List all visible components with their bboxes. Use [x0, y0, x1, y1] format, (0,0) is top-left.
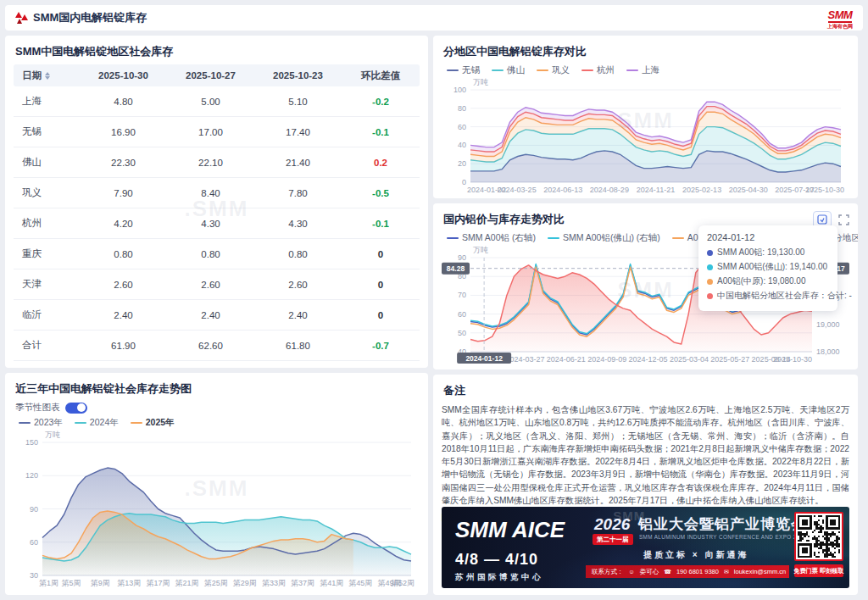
legend-item[interactable]: 上海 — [626, 64, 659, 76]
svg-text:2024-06-21: 2024-06-21 — [547, 355, 586, 364]
value-cell: 4.20 — [80, 219, 167, 229]
svg-text:2025-05-27: 2025-05-27 — [710, 355, 749, 364]
table-panel-title: SMM中国电解铝锭地区社会库存 — [15, 44, 420, 59]
banner-title: 铝业大会暨铝产业博览会 — [638, 514, 806, 534]
region-cell: 佛山 — [14, 156, 80, 169]
value-cell: 4.30 — [167, 219, 254, 229]
legend-dash — [492, 69, 504, 71]
legend-dash — [626, 69, 638, 71]
svg-text:第5周: 第5周 — [62, 579, 81, 587]
seasonal-toggle-row: 季节性图表 — [15, 402, 420, 414]
seasonal-toggle-label: 季节性图表 — [15, 402, 60, 414]
qr-code[interactable] — [794, 512, 843, 561]
value-cell: 4.80 — [80, 97, 167, 107]
banner-edition-badge: 第二十一届 — [593, 534, 633, 545]
banner-dates: 4/8 — 4/10 — [455, 551, 538, 569]
legend-item[interactable]: SMM A00铝 (右轴) — [447, 232, 536, 244]
legend-item[interactable]: 巩义 — [537, 64, 570, 76]
legend-label: SMM A00铝 (右轴) — [462, 232, 536, 244]
region-cell: 无锡 — [14, 125, 80, 138]
value-cell: 22.10 — [167, 158, 254, 168]
svg-text:第45周: 第45周 — [348, 579, 372, 587]
diff-cell: 0 — [342, 310, 420, 320]
value-cell: 2.40 — [254, 310, 342, 320]
value-cell: 16.90 — [80, 127, 167, 137]
svg-text:万吨: 万吨 — [45, 431, 60, 439]
svg-text:30: 30 — [30, 571, 38, 580]
column-header: 2025-10-23 — [254, 70, 342, 81]
value-cell: 17.40 — [254, 127, 342, 137]
contact-name: 娄可心 — [640, 568, 659, 576]
seasonal-chart-legend: 2023年2024年2025年 — [19, 417, 420, 429]
column-header: 环比差值 — [342, 69, 420, 82]
value-cell: 2.60 — [254, 280, 342, 290]
legend-dash — [19, 422, 31, 424]
person-icon: ☺ — [629, 569, 635, 575]
svg-text:第33周: 第33周 — [262, 579, 286, 587]
banner-slogan: 提质立标 × 向新通海 — [643, 549, 748, 561]
banner-contact-strip: 联系方式： ☺ 娄可心 ☎ 190 6801 9380 ✉ loukexin@s… — [586, 565, 789, 578]
svg-text:2024-09-09: 2024-09-09 — [587, 355, 626, 364]
seasonal-chart: 306090120150第1周第5周第9周第13周第17周第21周第25周第29… — [14, 431, 420, 588]
svg-text:0: 0 — [462, 178, 466, 186]
legend-item[interactable]: 杭州 — [581, 64, 615, 76]
legend-item[interactable]: 2023年 — [19, 417, 63, 429]
legend-item[interactable]: 2025年 — [131, 417, 175, 429]
legend-item[interactable]: SMM A00铝(佛山) (右轴) — [548, 232, 660, 244]
value-cell: 0.80 — [254, 249, 342, 259]
legend-label: 无锡 — [462, 64, 480, 76]
svg-text:2025-03-04: 2025-03-04 — [670, 355, 709, 364]
tooltip-row: A00铝(中原): 19,080.00 — [707, 275, 829, 287]
table-row: 佛山22.3022.1021.400.2 — [14, 147, 420, 178]
value-cell: 0.80 — [80, 249, 167, 259]
svg-text:2024-03-25: 2024-03-25 — [498, 186, 537, 194]
table-header-row: 日期2025-10-302025-10-272025-10-23环比差值 — [14, 64, 420, 86]
value-cell: 17.00 — [167, 127, 254, 137]
notes-panel: 备注 SMM全国库存统计样本内，包含佛山地区3.67万吨、宁波地区2.6万吨、上… — [433, 375, 858, 595]
legend-item[interactable]: 佛山 — [492, 64, 525, 76]
tooltip-rows: SMM A00铝: 19,130.00SMM A00铝(佛山): 19,140.… — [707, 247, 829, 302]
contact-phone: 190 6801 9380 — [676, 568, 719, 575]
regional-panel-title: 分地区中国电解铝锭库存对比 — [443, 44, 849, 59]
svg-text:第21周: 第21周 — [175, 579, 199, 587]
legend-label: 佛山 — [507, 64, 525, 76]
fullscreen-icon[interactable] — [838, 214, 849, 225]
free-ticket-button[interactable]: 免费门票 即刻领取 — [794, 564, 843, 577]
value-cell: 7.80 — [254, 188, 342, 198]
legend-label: 2025年 — [146, 417, 175, 429]
svg-text:第1周: 第1周 — [39, 579, 58, 587]
legend-item[interactable]: 无锡 — [447, 64, 480, 76]
svg-text:第9周: 第9周 — [91, 579, 110, 587]
seasonal-toggle-switch[interactable] — [65, 403, 87, 414]
svg-text:18,000: 18,000 — [816, 347, 840, 356]
legend-label: 杭州 — [597, 64, 615, 76]
table-row: 无锡16.9017.0017.40-0.1 — [14, 117, 420, 147]
value-cell: 61.90 — [80, 341, 167, 351]
legend-item[interactable]: 2024年 — [75, 417, 119, 429]
svg-text:150: 150 — [25, 438, 38, 447]
svg-text:90: 90 — [30, 505, 38, 514]
contact-email: loukexin@smm.cn — [734, 568, 786, 575]
svg-text:2024-03-27: 2024-03-27 — [505, 355, 544, 364]
inventory-table: 日期2025-10-302025-10-272025-10-23环比差值 上海4… — [14, 64, 420, 361]
svg-text:70: 70 — [458, 291, 466, 299]
value-cell: 2.40 — [80, 310, 167, 320]
legend-dash — [581, 69, 593, 71]
region-cell: 巩义 — [14, 186, 80, 199]
sort-icon[interactable] — [45, 72, 50, 80]
svg-text:60: 60 — [458, 123, 466, 131]
table-row: 合计61.9062.6061.80-0.7 — [14, 331, 420, 361]
notes-paragraph-1: SMM全国库存统计样本内，包含佛山地区3.67万吨、宁波地区2.6万吨、上海地区… — [442, 403, 849, 507]
value-cell: 62.60 — [167, 341, 254, 351]
column-header-date[interactable]: 日期 — [14, 69, 80, 82]
seasonal-chart-panel: 近三年中国电解铝锭社会库存走势图 季节性图表 2023年2024年2025年 3… — [5, 373, 428, 595]
diff-cell: -0.2 — [342, 97, 420, 107]
svg-text:2024-12-05: 2024-12-05 — [629, 355, 668, 364]
svg-text:84.28: 84.28 — [447, 264, 465, 273]
svg-text:第52周: 第52周 — [391, 579, 415, 587]
table-body: 上海4.805.005.10-0.2无锡16.9017.0017.40-0.1佛… — [14, 86, 420, 361]
svg-text:第25周: 第25周 — [204, 579, 228, 587]
left-column: SMM中国电解铝锭地区社会库存 日期2025-10-302025-10-2720… — [5, 36, 428, 595]
page-brand: SMM国内电解铝锭库存 — [15, 10, 147, 25]
smm-aice-ad-banner[interactable]: SMM SMM AICE 2026 第二十一届 铝业大会暨铝产业博览会 SMM … — [442, 507, 849, 588]
